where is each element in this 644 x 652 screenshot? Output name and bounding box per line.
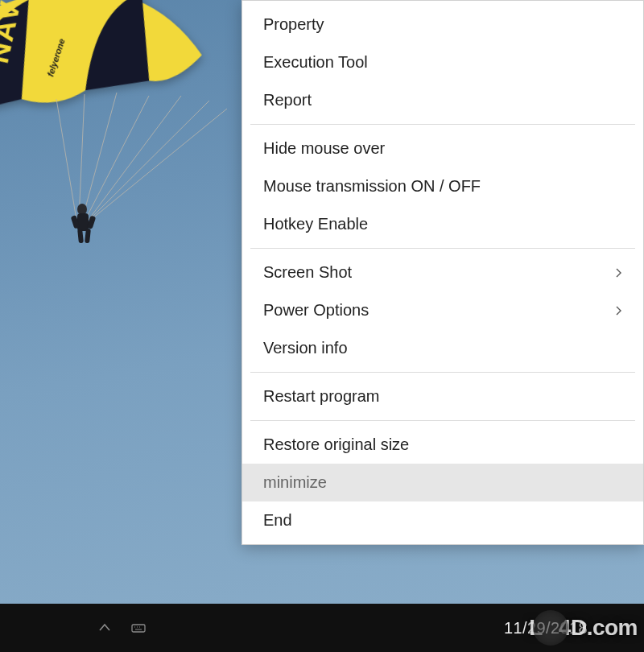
- menu-item-report[interactable]: Report: [242, 81, 643, 119]
- chevron-right-icon: [616, 268, 622, 278]
- menu-item-property[interactable]: Property: [242, 6, 643, 43]
- menu-item-label: Power Options: [263, 299, 369, 322]
- menu-item-label: Restart program: [263, 385, 380, 408]
- menu-item-label: minimize: [263, 471, 327, 494]
- menu-item-label: Screen Shot: [263, 261, 352, 284]
- menu-item-label: Mouse transmission ON / OFF: [263, 175, 481, 198]
- menu-item-minimize[interactable]: minimize: [242, 464, 643, 501]
- menu-item-version-info[interactable]: Version info: [242, 329, 643, 367]
- menu-separator: [250, 372, 635, 373]
- menu-item-label: Version info: [263, 336, 348, 360]
- context-menu: PropertyExecution ToolReportHide mouse o…: [242, 0, 644, 545]
- menu-item-power-options[interactable]: Power Options: [242, 291, 643, 329]
- keyboard-icon[interactable]: [130, 620, 147, 636]
- taskbar: 11/29/2018: [0, 604, 644, 652]
- svg-point-9: [77, 204, 87, 215]
- menu-item-label: Report: [263, 89, 312, 112]
- svg-line-7: [90, 101, 209, 219]
- menu-item-execution-tool[interactable]: Execution Tool: [242, 43, 643, 81]
- system-tray: [97, 620, 147, 636]
- menu-separator: [250, 248, 635, 249]
- menu-item-end[interactable]: End: [242, 501, 643, 539]
- menu-item-label: Property: [263, 13, 324, 36]
- menu-item-restart-program[interactable]: Restart program: [242, 378, 643, 415]
- menu-item-label: Hide mouse over: [263, 137, 385, 160]
- menu-item-label: Execution Tool: [263, 51, 368, 74]
- tray-overflow-icon[interactable]: [97, 620, 113, 636]
- chevron-right-icon: [616, 306, 622, 316]
- menu-item-label: Restore original size: [263, 433, 409, 456]
- menu-item-hotkey-enable[interactable]: Hotkey Enable: [242, 205, 643, 243]
- menu-item-restore-original-size[interactable]: Restore original size: [242, 426, 643, 464]
- menu-item-label: End: [263, 509, 292, 532]
- menu-separator: [250, 124, 635, 125]
- taskbar-date[interactable]: 11/29/2018: [504, 619, 588, 638]
- menu-separator: [250, 420, 635, 421]
- svg-rect-15: [132, 625, 145, 632]
- parachute-jumper: [64, 201, 105, 250]
- menu-item-mouse-transmission[interactable]: Mouse transmission ON / OFF: [242, 167, 643, 205]
- menu-item-screen-shot[interactable]: Screen Shot: [242, 254, 643, 291]
- menu-item-label: Hotkey Enable: [263, 213, 368, 236]
- svg-rect-10: [77, 213, 89, 231]
- menu-item-hide-mouse-over[interactable]: Hide mouse over: [242, 130, 643, 167]
